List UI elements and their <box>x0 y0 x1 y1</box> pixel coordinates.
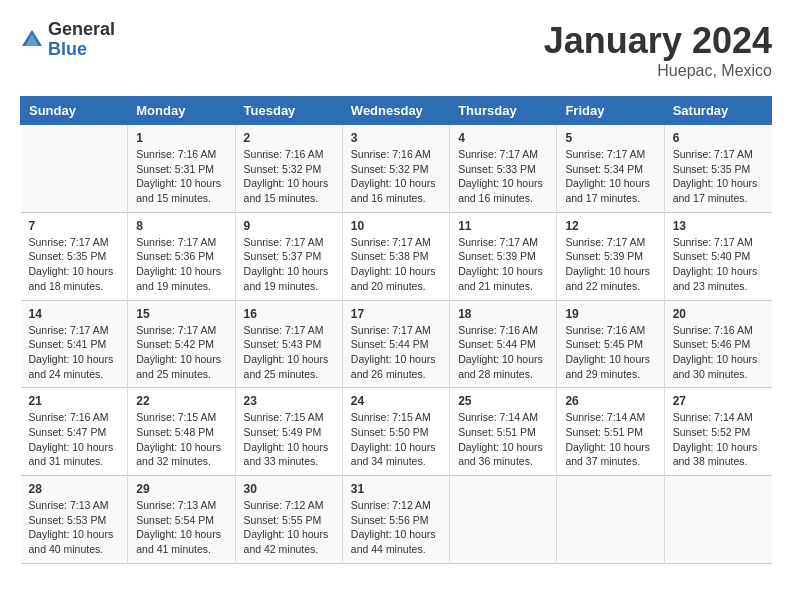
day-info: Sunrise: 7:17 AMSunset: 5:43 PMDaylight:… <box>244 323 334 382</box>
day-info: Sunrise: 7:17 AMSunset: 5:37 PMDaylight:… <box>244 235 334 294</box>
calendar-cell: 12Sunrise: 7:17 AMSunset: 5:39 PMDayligh… <box>557 212 664 300</box>
day-number: 30 <box>244 482 334 496</box>
day-number: 27 <box>673 394 764 408</box>
calendar-cell: 28Sunrise: 7:13 AMSunset: 5:53 PMDayligh… <box>21 476 128 564</box>
calendar-cell: 20Sunrise: 7:16 AMSunset: 5:46 PMDayligh… <box>664 300 771 388</box>
day-number: 3 <box>351 131 441 145</box>
day-info: Sunrise: 7:17 AMSunset: 5:36 PMDaylight:… <box>136 235 226 294</box>
calendar-cell: 31Sunrise: 7:12 AMSunset: 5:56 PMDayligh… <box>342 476 449 564</box>
calendar-cell <box>450 476 557 564</box>
day-number: 19 <box>565 307 655 321</box>
day-info: Sunrise: 7:16 AMSunset: 5:45 PMDaylight:… <box>565 323 655 382</box>
calendar-cell: 18Sunrise: 7:16 AMSunset: 5:44 PMDayligh… <box>450 300 557 388</box>
day-info: Sunrise: 7:14 AMSunset: 5:51 PMDaylight:… <box>565 410 655 469</box>
calendar-cell: 26Sunrise: 7:14 AMSunset: 5:51 PMDayligh… <box>557 388 664 476</box>
day-number: 18 <box>458 307 548 321</box>
day-info: Sunrise: 7:14 AMSunset: 5:51 PMDaylight:… <box>458 410 548 469</box>
day-number: 25 <box>458 394 548 408</box>
calendar-header: SundayMondayTuesdayWednesdayThursdayFrid… <box>21 97 772 125</box>
day-number: 21 <box>29 394 120 408</box>
calendar-week-row: 21Sunrise: 7:16 AMSunset: 5:47 PMDayligh… <box>21 388 772 476</box>
calendar-cell: 25Sunrise: 7:14 AMSunset: 5:51 PMDayligh… <box>450 388 557 476</box>
day-number: 20 <box>673 307 764 321</box>
day-number: 28 <box>29 482 120 496</box>
day-info: Sunrise: 7:16 AMSunset: 5:31 PMDaylight:… <box>136 147 226 206</box>
day-info: Sunrise: 7:16 AMSunset: 5:32 PMDaylight:… <box>244 147 334 206</box>
day-number: 17 <box>351 307 441 321</box>
day-number: 12 <box>565 219 655 233</box>
calendar-week-row: 7Sunrise: 7:17 AMSunset: 5:35 PMDaylight… <box>21 212 772 300</box>
day-info: Sunrise: 7:16 AMSunset: 5:46 PMDaylight:… <box>673 323 764 382</box>
day-info: Sunrise: 7:12 AMSunset: 5:55 PMDaylight:… <box>244 498 334 557</box>
day-number: 26 <box>565 394 655 408</box>
day-number: 4 <box>458 131 548 145</box>
calendar-cell <box>664 476 771 564</box>
day-info: Sunrise: 7:17 AMSunset: 5:35 PMDaylight:… <box>29 235 120 294</box>
day-info: Sunrise: 7:16 AMSunset: 5:44 PMDaylight:… <box>458 323 548 382</box>
header: General Blue January 2024 Huepac, Mexico <box>20 20 772 80</box>
logo-text: General Blue <box>48 20 115 60</box>
day-number: 10 <box>351 219 441 233</box>
calendar-cell: 15Sunrise: 7:17 AMSunset: 5:42 PMDayligh… <box>128 300 235 388</box>
day-number: 23 <box>244 394 334 408</box>
day-info: Sunrise: 7:17 AMSunset: 5:34 PMDaylight:… <box>565 147 655 206</box>
day-info: Sunrise: 7:17 AMSunset: 5:39 PMDaylight:… <box>565 235 655 294</box>
weekday-header-monday: Monday <box>128 97 235 125</box>
calendar-cell: 3Sunrise: 7:16 AMSunset: 5:32 PMDaylight… <box>342 125 449 213</box>
day-number: 8 <box>136 219 226 233</box>
day-info: Sunrise: 7:17 AMSunset: 5:40 PMDaylight:… <box>673 235 764 294</box>
weekday-header-tuesday: Tuesday <box>235 97 342 125</box>
day-number: 9 <box>244 219 334 233</box>
day-number: 22 <box>136 394 226 408</box>
day-number: 6 <box>673 131 764 145</box>
logo-blue-text: Blue <box>48 40 115 60</box>
day-info: Sunrise: 7:16 AMSunset: 5:47 PMDaylight:… <box>29 410 120 469</box>
calendar-cell: 9Sunrise: 7:17 AMSunset: 5:37 PMDaylight… <box>235 212 342 300</box>
day-number: 31 <box>351 482 441 496</box>
day-info: Sunrise: 7:17 AMSunset: 5:33 PMDaylight:… <box>458 147 548 206</box>
weekday-header-saturday: Saturday <box>664 97 771 125</box>
weekday-header-wednesday: Wednesday <box>342 97 449 125</box>
calendar-cell: 10Sunrise: 7:17 AMSunset: 5:38 PMDayligh… <box>342 212 449 300</box>
location-title: Huepac, Mexico <box>544 62 772 80</box>
day-info: Sunrise: 7:16 AMSunset: 5:32 PMDaylight:… <box>351 147 441 206</box>
day-number: 29 <box>136 482 226 496</box>
day-number: 7 <box>29 219 120 233</box>
day-info: Sunrise: 7:17 AMSunset: 5:42 PMDaylight:… <box>136 323 226 382</box>
day-info: Sunrise: 7:14 AMSunset: 5:52 PMDaylight:… <box>673 410 764 469</box>
calendar-cell: 22Sunrise: 7:15 AMSunset: 5:48 PMDayligh… <box>128 388 235 476</box>
calendar-cell: 21Sunrise: 7:16 AMSunset: 5:47 PMDayligh… <box>21 388 128 476</box>
day-info: Sunrise: 7:15 AMSunset: 5:49 PMDaylight:… <box>244 410 334 469</box>
day-number: 1 <box>136 131 226 145</box>
calendar-cell: 1Sunrise: 7:16 AMSunset: 5:31 PMDaylight… <box>128 125 235 213</box>
day-number: 24 <box>351 394 441 408</box>
calendar-cell: 11Sunrise: 7:17 AMSunset: 5:39 PMDayligh… <box>450 212 557 300</box>
weekday-header-sunday: Sunday <box>21 97 128 125</box>
day-number: 16 <box>244 307 334 321</box>
day-info: Sunrise: 7:17 AMSunset: 5:38 PMDaylight:… <box>351 235 441 294</box>
calendar-cell <box>21 125 128 213</box>
day-number: 13 <box>673 219 764 233</box>
day-info: Sunrise: 7:15 AMSunset: 5:50 PMDaylight:… <box>351 410 441 469</box>
month-title: January 2024 <box>544 20 772 62</box>
calendar-cell: 17Sunrise: 7:17 AMSunset: 5:44 PMDayligh… <box>342 300 449 388</box>
calendar-cell: 23Sunrise: 7:15 AMSunset: 5:49 PMDayligh… <box>235 388 342 476</box>
day-number: 14 <box>29 307 120 321</box>
calendar-cell: 5Sunrise: 7:17 AMSunset: 5:34 PMDaylight… <box>557 125 664 213</box>
weekday-header-row: SundayMondayTuesdayWednesdayThursdayFrid… <box>21 97 772 125</box>
calendar-body: 1Sunrise: 7:16 AMSunset: 5:31 PMDaylight… <box>21 125 772 564</box>
calendar-cell: 6Sunrise: 7:17 AMSunset: 5:35 PMDaylight… <box>664 125 771 213</box>
calendar-week-row: 14Sunrise: 7:17 AMSunset: 5:41 PMDayligh… <box>21 300 772 388</box>
day-number: 5 <box>565 131 655 145</box>
calendar-cell <box>557 476 664 564</box>
calendar-cell: 8Sunrise: 7:17 AMSunset: 5:36 PMDaylight… <box>128 212 235 300</box>
day-info: Sunrise: 7:15 AMSunset: 5:48 PMDaylight:… <box>136 410 226 469</box>
day-number: 15 <box>136 307 226 321</box>
day-info: Sunrise: 7:17 AMSunset: 5:35 PMDaylight:… <box>673 147 764 206</box>
calendar-table: SundayMondayTuesdayWednesdayThursdayFrid… <box>20 96 772 564</box>
calendar-cell: 29Sunrise: 7:13 AMSunset: 5:54 PMDayligh… <box>128 476 235 564</box>
logo: General Blue <box>20 20 115 60</box>
calendar-cell: 19Sunrise: 7:16 AMSunset: 5:45 PMDayligh… <box>557 300 664 388</box>
day-info: Sunrise: 7:17 AMSunset: 5:39 PMDaylight:… <box>458 235 548 294</box>
calendar-cell: 13Sunrise: 7:17 AMSunset: 5:40 PMDayligh… <box>664 212 771 300</box>
